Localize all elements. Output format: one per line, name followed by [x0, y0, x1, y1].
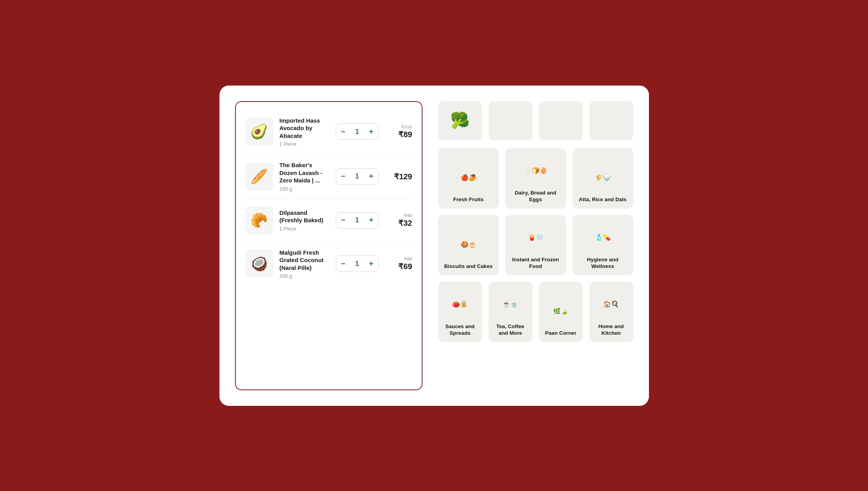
qty-control-avocado: − 1 + [336, 123, 379, 140]
item-name-coconut: Malgudi Fresh Grated Coconut (Naral Pill… [280, 249, 330, 272]
category-card-atta-rice[interactable]: 🌾🍚 Atta, Rice and Dals [572, 148, 633, 209]
item-qty-label-lavash: 100 g [280, 186, 330, 192]
category-card-partial-rice[interactable] [589, 101, 633, 140]
price-original-avocado: ₹111 [385, 124, 412, 130]
categories-row-1: 🍎🥭 Fresh Fruits 🥛🍞🥚 Dairy, Bread and Egg… [438, 148, 633, 209]
qty-plus-coconut[interactable]: + [364, 256, 378, 271]
category-card-dairy[interactable]: 🥛🍞🥚 Dairy, Bread and Eggs [505, 148, 566, 209]
qty-num-dilpasand: 1 [350, 216, 364, 224]
category-label-atta-rice: Atta, Rice and Dals [579, 196, 626, 203]
category-label-hygiene: Hygiene and Wellness [577, 256, 629, 270]
item-qty-label-coconut: 200 g [280, 273, 330, 279]
qty-num-coconut: 1 [350, 260, 364, 268]
category-card-tea[interactable]: ☕🍵 Tea, Coffee and More [488, 282, 533, 342]
price-block-avocado: ₹111 ₹89 [385, 124, 412, 139]
qty-minus-lavash[interactable]: − [336, 169, 350, 184]
qty-control-dilpasand: − 1 + [336, 212, 379, 229]
qty-control-lavash: − 1 + [336, 168, 379, 185]
category-icon-paan: 🌿🍃 [545, 295, 576, 327]
item-name-avocado: Imported Hass Avocado by Abacate [280, 117, 330, 140]
cart-panel: 🥑 Imported Hass Avocado by Abacate 1 Pie… [235, 101, 422, 390]
category-card-partial-veggies[interactable]: 🥦 [438, 101, 482, 140]
category-card-frozen[interactable]: 🍟❄️ Instant and Frozen Food [505, 215, 566, 275]
categories-row-3: 🍅🥫 Sauces and Spreads ☕🍵 Tea, Coffee and… [438, 282, 633, 342]
item-name-lavash: The Baker's Dozen Lavash - Zero Maida | … [280, 161, 330, 184]
category-label-sauces: Sauces and Spreads [443, 323, 478, 337]
qty-plus-dilpasand[interactable]: + [364, 212, 378, 228]
price-block-dilpasand: ₹40 ₹32 [385, 213, 412, 228]
qty-minus-avocado[interactable]: − [336, 124, 350, 139]
category-card-hygiene[interactable]: 🧴💊 Hygiene and Wellness [572, 215, 633, 275]
price-block-coconut: ₹86 ₹69 [385, 256, 412, 271]
category-label-tea: Tea, Coffee and More [493, 323, 528, 337]
category-icon-sauces: 🍅🥫 [444, 289, 476, 320]
category-label-home-kitchen: Home and Kitchen [594, 323, 629, 337]
category-icon-atta-rice: 🌾🍚 [587, 162, 618, 193]
price-final-dilpasand: ₹32 [385, 218, 412, 228]
qty-plus-lavash[interactable]: + [364, 169, 378, 184]
category-card-partial-dairy[interactable] [539, 101, 583, 140]
categories-row-2: 🍪🎂 Biscuits and Cakes 🍟❄️ Instant and Fr… [438, 215, 633, 275]
qty-plus-avocado[interactable]: + [364, 124, 378, 139]
category-icon-hygiene: 🧴💊 [587, 222, 618, 253]
category-icon-biscuits: 🍪🎂 [453, 229, 484, 260]
category-card-biscuits[interactable]: 🍪🎂 Biscuits and Cakes [438, 215, 499, 275]
category-label-paan: Paan Corner [545, 330, 576, 337]
price-original-coconut: ₹86 [385, 256, 412, 262]
category-card-sauces[interactable]: 🍅🥫 Sauces and Spreads [438, 282, 482, 342]
item-image-dilpasand: 🥐 [245, 206, 273, 234]
item-details-lavash: The Baker's Dozen Lavash - Zero Maida | … [280, 161, 330, 192]
category-card-partial-fruits[interactable] [488, 101, 533, 140]
qty-num-avocado: 1 [350, 128, 364, 136]
item-name-dilpasand: Dilpasand (Freshly Baked) [280, 209, 330, 224]
cart-item-dilpasand: 🥐 Dilpasand (Freshly Baked) 1 Piece − 1 … [245, 199, 412, 242]
price-final-coconut: ₹69 [385, 262, 412, 271]
category-icon-tea: ☕🍵 [495, 289, 526, 320]
category-card-fresh-fruits[interactable]: 🍎🥭 Fresh Fruits [438, 148, 499, 209]
cart-item-coconut: 🥥 Malgudi Fresh Grated Coconut (Naral Pi… [245, 242, 412, 286]
category-label-fresh-fruits: Fresh Fruits [453, 196, 483, 203]
categories-panel: 🥦 🍎🥭 Fresh Fruits 🥛🍞🥚 Dairy, Bread and E… [438, 101, 633, 390]
category-card-paan[interactable]: 🌿🍃 Paan Corner [539, 282, 583, 342]
app-container: 🥑 Imported Hass Avocado by Abacate 1 Pie… [219, 86, 649, 406]
qty-control-coconut: − 1 + [336, 255, 379, 272]
category-label-dairy: Dairy, Bread and Eggs [510, 189, 561, 203]
price-final-lavash: ₹129 [385, 172, 412, 181]
price-block-lavash: ₹129 [385, 172, 412, 181]
category-icon-frozen: 🍟❄️ [520, 222, 551, 253]
category-card-home-kitchen[interactable]: 🏠🍳 Home and Kitchen [589, 282, 633, 342]
item-image-coconut: 🥥 [245, 250, 273, 278]
qty-minus-coconut[interactable]: − [336, 256, 350, 271]
item-details-dilpasand: Dilpasand (Freshly Baked) 1 Piece [280, 209, 330, 232]
category-label-biscuits: Biscuits and Cakes [444, 263, 493, 270]
category-icon-home-kitchen: 🏠🍳 [595, 289, 627, 320]
item-image-lavash: 🥖 [245, 162, 273, 191]
price-original-dilpasand: ₹40 [385, 213, 412, 218]
item-qty-label-dilpasand: 1 Piece [280, 226, 330, 232]
qty-minus-dilpasand[interactable]: − [336, 212, 350, 228]
item-image-avocado: 🥑 [245, 118, 273, 146]
category-icon-dairy: 🥛🍞🥚 [520, 155, 551, 186]
item-qty-label-avocado: 1 Piece [280, 141, 330, 147]
qty-num-lavash: 1 [350, 172, 364, 180]
cart-item-avocado: 🥑 Imported Hass Avocado by Abacate 1 Pie… [245, 110, 412, 155]
category-icon-fresh-fruits: 🍎🥭 [453, 162, 484, 193]
item-details-coconut: Malgudi Fresh Grated Coconut (Naral Pill… [280, 249, 330, 279]
category-label-frozen: Instant and Frozen Food [510, 256, 561, 270]
cart-item-lavash: 🥖 The Baker's Dozen Lavash - Zero Maida … [245, 154, 412, 199]
price-final-avocado: ₹89 [385, 130, 412, 139]
item-details-avocado: Imported Hass Avocado by Abacate 1 Piece [280, 117, 330, 147]
